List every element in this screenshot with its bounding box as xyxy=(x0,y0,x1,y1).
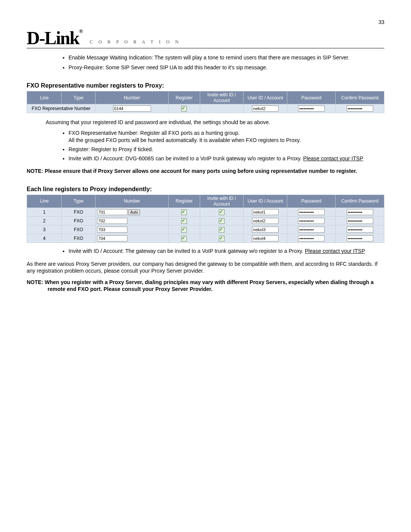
cell-password xyxy=(287,234,336,243)
table-row: FXO Representative Number xyxy=(27,104,384,113)
table-header-row: Line Type Number Register Invite with ID… xyxy=(27,91,384,104)
cell-register xyxy=(169,208,200,217)
confirm-password-input[interactable] xyxy=(347,227,373,233)
cell-confirm xyxy=(336,104,384,113)
cell-line: 1 xyxy=(27,208,62,217)
table-header-row: Line Type Number Register Invite with ID… xyxy=(27,195,384,208)
itsp-link: Please contact your ITSP xyxy=(303,155,363,161)
cell-userid xyxy=(244,225,287,234)
th-userid: User ID / Account xyxy=(244,91,287,104)
invite-checkbox-icon[interactable] xyxy=(219,227,225,233)
cell-number xyxy=(96,104,169,113)
invite-checkbox-icon[interactable] xyxy=(219,236,225,241)
bullet-item: FXO Representative Number: Register all … xyxy=(68,129,384,143)
section1-title: FXO Representative number registers to P… xyxy=(27,82,384,89)
each-line-table: Line Type Number Register Invite with ID… xyxy=(27,195,384,243)
userid-input[interactable] xyxy=(252,227,279,233)
intro-bullet: Proxy-Require: Some SIP Sever need SIP U… xyxy=(68,64,384,71)
cell-confirm xyxy=(336,208,384,217)
th-number: Number xyxy=(96,195,169,208)
invite-checkbox-icon[interactable] xyxy=(219,209,225,215)
th-type: Type xyxy=(62,91,96,104)
cell-line: 4 xyxy=(27,234,62,243)
auto-button[interactable]: Auto xyxy=(128,209,140,215)
number-input[interactable] xyxy=(113,105,151,112)
userid-input[interactable] xyxy=(252,209,279,215)
th-password: Password xyxy=(287,195,336,208)
password-input[interactable] xyxy=(298,227,325,233)
th-confirm: Confirm Password xyxy=(336,195,384,208)
cell-number: Auto xyxy=(96,208,169,217)
userid-input[interactable] xyxy=(252,105,279,112)
cell-register xyxy=(169,225,200,234)
fxo-rep-table: Line Type Number Register Invite with ID… xyxy=(27,91,384,113)
password-input[interactable] xyxy=(298,218,325,224)
cell-register xyxy=(169,217,200,225)
cell-invite xyxy=(200,104,244,113)
number-input[interactable] xyxy=(97,227,127,233)
confirm-password-input[interactable] xyxy=(347,235,373,241)
cell-userid xyxy=(244,208,287,217)
cell-userid xyxy=(244,104,287,113)
number-input[interactable] xyxy=(97,218,127,224)
register-checkbox-icon[interactable] xyxy=(181,236,187,241)
password-input[interactable] xyxy=(298,235,325,241)
userid-input[interactable] xyxy=(252,235,279,241)
confirm-password-input[interactable] xyxy=(347,209,373,215)
cell-password xyxy=(287,217,336,225)
number-input[interactable] xyxy=(97,235,127,241)
page-number: 33 xyxy=(27,19,384,25)
cell-type: FXO xyxy=(62,217,96,225)
confirm-password-input[interactable] xyxy=(347,105,373,112)
invite-checkbox-icon[interactable] xyxy=(219,218,225,224)
intro-bullet-list: Enable Message Waiting Indication: The s… xyxy=(68,54,384,71)
userid-input[interactable] xyxy=(252,218,279,224)
itsp-link: Please contact your ITSP xyxy=(305,248,365,254)
cell-invite xyxy=(200,225,244,234)
cell-password xyxy=(287,208,336,217)
cell-password xyxy=(287,225,336,234)
table-row: 4FXO xyxy=(27,234,384,243)
cell-confirm xyxy=(336,217,384,225)
cell-type: FXO xyxy=(62,225,96,234)
cell-number xyxy=(96,234,169,243)
table-row: 3FXO xyxy=(27,225,384,234)
cell-invite xyxy=(200,208,244,217)
cell-invite xyxy=(200,234,244,243)
section2-bullets: Invite with ID / Account: The gateway ca… xyxy=(68,248,384,254)
bullet-item: Invite with ID / Account: DVG-6008S can … xyxy=(68,155,384,162)
cell-type: FXO xyxy=(62,234,96,243)
cell-register xyxy=(169,234,200,243)
th-line: Line xyxy=(27,91,62,104)
th-number: Number xyxy=(96,91,169,104)
th-userid: User ID / Account xyxy=(244,195,287,208)
password-input[interactable] xyxy=(298,105,325,112)
cell-userid xyxy=(244,234,287,243)
logo-brand: D-Link® xyxy=(27,29,82,47)
table-row: 2FXO xyxy=(27,217,384,225)
register-checkbox-icon[interactable] xyxy=(181,227,187,233)
register-checkbox-icon[interactable] xyxy=(181,106,187,112)
cell-userid xyxy=(244,217,287,225)
cell-number xyxy=(96,225,169,234)
register-checkbox-icon[interactable] xyxy=(181,209,187,215)
header-logo: D-Link® C O R P O R A T I O N xyxy=(27,29,384,48)
closing-text: As there are various Proxy Server provid… xyxy=(27,260,384,274)
th-register: Register xyxy=(169,91,200,104)
row-label: FXO Representative Number xyxy=(27,104,96,113)
number-input[interactable] xyxy=(97,209,127,215)
cell-number xyxy=(96,217,169,225)
confirm-password-input[interactable] xyxy=(347,218,373,224)
cell-line: 2 xyxy=(27,217,62,225)
logo-subtext: C O R P O R A T I O N xyxy=(90,39,181,45)
cell-invite xyxy=(200,217,244,225)
password-input[interactable] xyxy=(298,209,325,215)
th-line: Line xyxy=(27,195,62,208)
bullet-item: Register: Register to Proxy if ticked. xyxy=(68,146,384,153)
register-checkbox-icon[interactable] xyxy=(181,218,187,224)
th-invite: Invite with ID / Account xyxy=(200,91,244,104)
intro-bullet: Enable Message Waiting Indication: The s… xyxy=(68,54,384,61)
section1-bullets: FXO Representative Number: Register all … xyxy=(68,129,384,162)
cell-password xyxy=(287,104,336,113)
th-invite: Invite with ID / Account xyxy=(200,195,244,208)
